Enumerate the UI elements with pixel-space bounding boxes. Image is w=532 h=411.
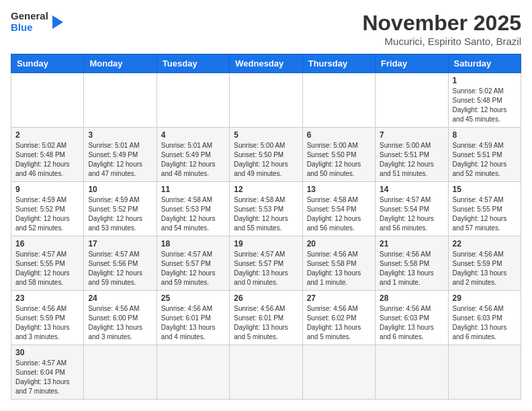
logo-blue: Blue (11, 22, 48, 34)
table-row (375, 345, 448, 400)
day-number: 1 (453, 76, 517, 85)
calendar-title: November 2025 (362, 11, 521, 36)
table-row: 11Sunrise: 4:58 AM Sunset: 5:53 PM Dayli… (157, 182, 229, 236)
table-row: 16Sunrise: 4:57 AM Sunset: 5:55 PM Dayli… (11, 236, 84, 291)
table-row: 8Sunrise: 4:59 AM Sunset: 5:51 PM Daylig… (448, 128, 521, 182)
day-number: 2 (15, 130, 79, 140)
table-row: 15Sunrise: 4:57 AM Sunset: 5:55 PM Dayli… (448, 182, 521, 236)
table-row: 5Sunrise: 5:00 AM Sunset: 5:50 PM Daylig… (230, 128, 302, 182)
calendar-table: Sunday Monday Tuesday Wednesday Thursday… (11, 54, 521, 400)
day-info: Sunrise: 4:56 AM Sunset: 6:01 PM Dayligh… (161, 304, 225, 342)
day-info: Sunrise: 4:56 AM Sunset: 5:59 PM Dayligh… (15, 304, 79, 342)
table-row: 24Sunrise: 4:56 AM Sunset: 6:00 PM Dayli… (84, 291, 157, 345)
logo: General Blue (11, 11, 64, 33)
table-row: 4Sunrise: 5:01 AM Sunset: 5:49 PM Daylig… (157, 128, 229, 182)
table-row (230, 73, 302, 128)
calendar-week-row: 1Sunrise: 5:02 AM Sunset: 5:48 PM Daylig… (11, 73, 521, 128)
day-number: 29 (453, 293, 517, 303)
table-row: 14Sunrise: 4:57 AM Sunset: 5:54 PM Dayli… (375, 182, 448, 236)
day-number: 24 (88, 293, 152, 303)
day-info: Sunrise: 5:00 AM Sunset: 5:50 PM Dayligh… (307, 141, 371, 179)
table-row: 22Sunrise: 4:56 AM Sunset: 5:59 PM Dayli… (448, 236, 521, 291)
day-info: Sunrise: 5:02 AM Sunset: 5:48 PM Dayligh… (15, 141, 79, 179)
day-number: 22 (453, 239, 517, 248)
day-info: Sunrise: 4:57 AM Sunset: 5:54 PM Dayligh… (380, 195, 443, 233)
calendar-week-row: 30Sunrise: 4:57 AM Sunset: 6:04 PM Dayli… (11, 345, 521, 400)
day-info: Sunrise: 4:57 AM Sunset: 5:57 PM Dayligh… (234, 250, 298, 287)
logo-container: General Blue (11, 11, 64, 33)
title-area: November 2025 Mucurici, Espirito Santo, … (362, 11, 521, 47)
day-info: Sunrise: 4:58 AM Sunset: 5:54 PM Dayligh… (307, 195, 371, 233)
day-number: 28 (380, 293, 443, 303)
day-number: 9 (15, 185, 79, 194)
col-thursday: Thursday (302, 54, 375, 73)
table-row (448, 345, 521, 400)
svg-marker-0 (52, 15, 63, 29)
logo-text-block: General Blue (11, 11, 48, 33)
day-number: 14 (380, 185, 443, 194)
day-number: 7 (380, 130, 443, 140)
day-info: Sunrise: 5:00 AM Sunset: 5:51 PM Dayligh… (380, 141, 443, 179)
day-number: 4 (161, 130, 225, 140)
calendar-week-row: 16Sunrise: 4:57 AM Sunset: 5:55 PM Dayli… (11, 236, 521, 291)
table-row (11, 73, 84, 128)
day-number: 30 (15, 348, 79, 357)
day-info: Sunrise: 4:56 AM Sunset: 5:58 PM Dayligh… (380, 250, 443, 287)
day-info: Sunrise: 4:57 AM Sunset: 5:55 PM Dayligh… (453, 195, 517, 233)
calendar-week-row: 23Sunrise: 4:56 AM Sunset: 5:59 PM Dayli… (11, 291, 521, 345)
day-info: Sunrise: 4:56 AM Sunset: 6:03 PM Dayligh… (453, 304, 517, 342)
day-number: 3 (88, 130, 152, 140)
table-row: 10Sunrise: 4:59 AM Sunset: 5:52 PM Dayli… (84, 182, 157, 236)
day-number: 19 (234, 239, 298, 248)
table-row (84, 345, 157, 400)
table-row: 17Sunrise: 4:57 AM Sunset: 5:56 PM Dayli… (84, 236, 157, 291)
day-number: 6 (307, 130, 371, 140)
table-row (157, 73, 229, 128)
table-row: 1Sunrise: 5:02 AM Sunset: 5:48 PM Daylig… (448, 73, 521, 128)
day-number: 18 (161, 239, 225, 248)
day-number: 26 (234, 293, 298, 303)
col-saturday: Saturday (448, 54, 521, 73)
day-number: 5 (234, 130, 298, 140)
logo-general: General (11, 11, 48, 22)
calendar-header-row: Sunday Monday Tuesday Wednesday Thursday… (11, 54, 521, 73)
table-row: 7Sunrise: 5:00 AM Sunset: 5:51 PM Daylig… (375, 128, 448, 182)
col-sunday: Sunday (11, 54, 84, 73)
calendar-week-row: 9Sunrise: 4:59 AM Sunset: 5:52 PM Daylig… (11, 182, 521, 236)
page-header: General Blue November 2025 Mucurici, Esp… (11, 11, 521, 47)
table-row (375, 73, 448, 128)
table-row: 9Sunrise: 4:59 AM Sunset: 5:52 PM Daylig… (11, 182, 84, 236)
table-row (302, 73, 375, 128)
day-number: 25 (161, 293, 225, 303)
table-row (230, 345, 302, 400)
table-row: 20Sunrise: 4:56 AM Sunset: 5:58 PM Dayli… (302, 236, 375, 291)
col-tuesday: Tuesday (157, 54, 229, 73)
calendar-week-row: 2Sunrise: 5:02 AM Sunset: 5:48 PM Daylig… (11, 128, 521, 182)
day-number: 13 (307, 185, 371, 194)
table-row: 12Sunrise: 4:58 AM Sunset: 5:53 PM Dayli… (230, 182, 302, 236)
table-row (302, 345, 375, 400)
table-row: 19Sunrise: 4:57 AM Sunset: 5:57 PM Dayli… (230, 236, 302, 291)
day-info: Sunrise: 4:56 AM Sunset: 6:00 PM Dayligh… (88, 304, 152, 342)
day-info: Sunrise: 4:58 AM Sunset: 5:53 PM Dayligh… (234, 195, 298, 233)
table-row: 6Sunrise: 5:00 AM Sunset: 5:50 PM Daylig… (302, 128, 375, 182)
day-info: Sunrise: 5:00 AM Sunset: 5:50 PM Dayligh… (234, 141, 298, 179)
calendar-subtitle: Mucurici, Espirito Santo, Brazil (362, 36, 521, 47)
day-info: Sunrise: 4:59 AM Sunset: 5:52 PM Dayligh… (88, 195, 152, 233)
day-number: 15 (453, 185, 517, 194)
day-number: 10 (88, 185, 152, 194)
day-number: 23 (15, 293, 79, 303)
day-info: Sunrise: 4:56 AM Sunset: 6:03 PM Dayligh… (380, 304, 443, 342)
day-info: Sunrise: 4:57 AM Sunset: 5:57 PM Dayligh… (161, 250, 225, 287)
day-info: Sunrise: 4:56 AM Sunset: 6:02 PM Dayligh… (307, 304, 371, 342)
day-info: Sunrise: 5:01 AM Sunset: 5:49 PM Dayligh… (161, 141, 225, 179)
table-row: 13Sunrise: 4:58 AM Sunset: 5:54 PM Dayli… (302, 182, 375, 236)
day-number: 27 (307, 293, 371, 303)
table-row: 18Sunrise: 4:57 AM Sunset: 5:57 PM Dayli… (157, 236, 229, 291)
table-row: 25Sunrise: 4:56 AM Sunset: 6:01 PM Dayli… (157, 291, 229, 345)
day-number: 8 (453, 130, 517, 140)
day-info: Sunrise: 4:56 AM Sunset: 6:01 PM Dayligh… (234, 304, 298, 342)
day-info: Sunrise: 4:59 AM Sunset: 5:51 PM Dayligh… (453, 141, 517, 179)
day-number: 20 (307, 239, 371, 248)
table-row: 2Sunrise: 5:02 AM Sunset: 5:48 PM Daylig… (11, 128, 84, 182)
